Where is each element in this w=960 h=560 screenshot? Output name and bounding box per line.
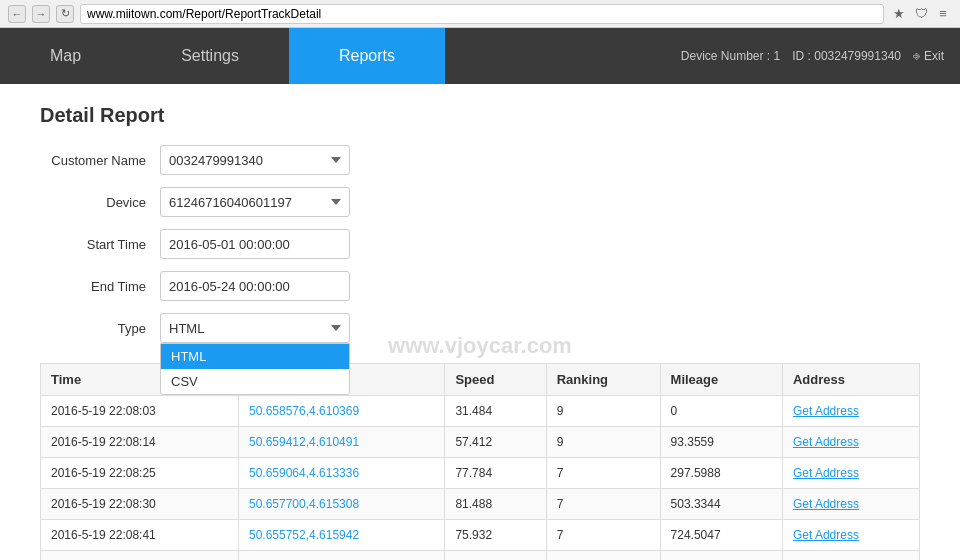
type-wrapper: HTML HTML CSV — [160, 313, 350, 343]
url-bar[interactable] — [80, 4, 884, 24]
cell-address[interactable]: Get Address — [782, 551, 919, 561]
tab-map[interactable]: Map — [0, 28, 131, 84]
cell-address[interactable]: Get Address — [782, 396, 919, 427]
cell-llc[interactable]: 50.659412,4.610491 — [238, 427, 444, 458]
back-button[interactable]: ← — [8, 5, 26, 23]
cell-mileage: 0 — [660, 396, 782, 427]
table-row: 2016-5-19 22:08:30 50.657700,4.615308 81… — [41, 489, 920, 520]
table-row: 2016-5-19 22:08:03 50.658576,4.610369 31… — [41, 396, 920, 427]
top-nav-right: Device Number : 1 ID : 0032479991340 ⎆ E… — [681, 49, 960, 63]
cell-address[interactable]: Get Address — [782, 427, 919, 458]
tab-settings[interactable]: Settings — [131, 28, 289, 84]
cell-time: 2016-5-19 22:08:30 — [41, 489, 239, 520]
cell-llc[interactable]: 50.659064,4.613336 — [238, 458, 444, 489]
col-header-ranking: Ranking — [546, 364, 660, 396]
type-label: Type — [40, 321, 160, 336]
device-number-label: Device Number : 1 — [681, 49, 780, 63]
exit-label: Exit — [924, 49, 944, 63]
tab-reports[interactable]: Reports — [289, 28, 445, 84]
col-header-mileage: Mileage — [660, 364, 782, 396]
cell-mileage: 724.5047 — [660, 520, 782, 551]
type-dropdown-menu: HTML CSV — [160, 343, 350, 395]
cell-speed: 31.484 — [445, 396, 546, 427]
start-time-label: Start Time — [40, 237, 160, 252]
cell-llc[interactable]: 50.655752,4.615942 — [238, 520, 444, 551]
exit-button[interactable]: ⎆ Exit — [913, 49, 944, 63]
cell-ranking: 9 — [546, 427, 660, 458]
customer-name-select[interactable]: 0032479991340 — [160, 145, 350, 175]
cell-address[interactable]: Get Address — [782, 489, 919, 520]
cell-ranking: 7 — [546, 458, 660, 489]
cell-speed: 57.412 — [445, 427, 546, 458]
cell-ranking: 7 — [546, 520, 660, 551]
cell-ranking: 7 — [546, 551, 660, 561]
cell-speed: 77.784 — [445, 458, 546, 489]
cell-ranking: 7 — [546, 489, 660, 520]
cell-ranking: 9 — [546, 396, 660, 427]
end-time-label: End Time — [40, 279, 160, 294]
cell-time: 2016-5-19 22:08:41 — [41, 520, 239, 551]
cell-speed: 75.932 — [445, 520, 546, 551]
cell-mileage: 297.5988 — [660, 458, 782, 489]
cell-address[interactable]: Get Address — [782, 520, 919, 551]
exit-icon: ⎆ — [913, 49, 920, 63]
nav-tabs: Map Settings Reports — [0, 28, 445, 84]
main-content: www.vjoycar.com Detail Report Customer N… — [0, 84, 960, 560]
cell-speed: 85.192 — [445, 551, 546, 561]
start-time-row: Start Time — [40, 229, 920, 259]
refresh-button[interactable]: ↻ — [56, 5, 74, 23]
customer-name-label: Customer Name — [40, 153, 160, 168]
cell-mileage: 503.3344 — [660, 489, 782, 520]
end-time-input[interactable] — [160, 271, 350, 301]
forward-button[interactable]: → — [32, 5, 50, 23]
cell-llc[interactable]: 50.654188,4.614254 — [238, 551, 444, 561]
table-row: 2016-5-19 22:08:25 50.659064,4.613336 77… — [41, 458, 920, 489]
cell-mileage: 93.3559 — [660, 427, 782, 458]
table-row: 2016-5-19 22:08:41 50.655752,4.615942 75… — [41, 520, 920, 551]
device-select[interactable]: 61246716040601197 — [160, 187, 350, 217]
type-select[interactable]: HTML — [160, 313, 350, 343]
cell-mileage: 935.229 — [660, 551, 782, 561]
browser-icons-group: ★ 🛡 ≡ — [890, 5, 952, 23]
cell-time: 2016-5-19 22:08:03 — [41, 396, 239, 427]
col-header-address: Address — [782, 364, 919, 396]
cell-llc[interactable]: 50.657700,4.615308 — [238, 489, 444, 520]
device-row: Device 61246716040601197 — [40, 187, 920, 217]
device-id-label: ID : 0032479991340 — [792, 49, 901, 63]
type-option-html[interactable]: HTML — [161, 344, 349, 369]
menu-icon[interactable]: ≡ — [934, 5, 952, 23]
device-label: Device — [40, 195, 160, 210]
top-navigation: Map Settings Reports Device Number : 1 I… — [0, 28, 960, 84]
cell-time: 2016-5-19 22:08:14 — [41, 427, 239, 458]
type-option-csv[interactable]: CSV — [161, 369, 349, 394]
end-time-row: End Time — [40, 271, 920, 301]
cell-time: 2016-5-19 22:08:50 — [41, 551, 239, 561]
type-row: Type HTML HTML CSV — [40, 313, 920, 343]
col-header-speed: Speed — [445, 364, 546, 396]
page-title: Detail Report — [40, 104, 920, 127]
table-row: 2016-5-19 22:08:50 50.654188,4.614254 85… — [41, 551, 920, 561]
customer-name-row: Customer Name 0032479991340 — [40, 145, 920, 175]
shield-icon: 🛡 — [912, 5, 930, 23]
bookmark-icon[interactable]: ★ — [890, 5, 908, 23]
cell-address[interactable]: Get Address — [782, 458, 919, 489]
browser-chrome: ← → ↻ ★ 🛡 ≡ — [0, 0, 960, 28]
cell-llc[interactable]: 50.658576,4.610369 — [238, 396, 444, 427]
table-row: 2016-5-19 22:08:14 50.659412,4.610491 57… — [41, 427, 920, 458]
start-time-input[interactable] — [160, 229, 350, 259]
cell-time: 2016-5-19 22:08:25 — [41, 458, 239, 489]
cell-speed: 81.488 — [445, 489, 546, 520]
